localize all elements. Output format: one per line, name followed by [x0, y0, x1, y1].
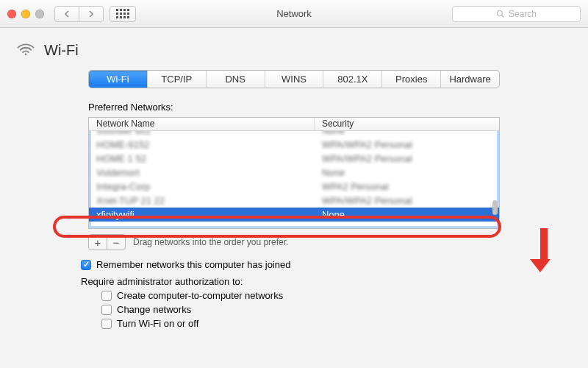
drag-hint: Drag networks into the order you prefer.	[133, 237, 288, 247]
cell-name: HOME-9152	[89, 139, 315, 150]
table-row[interactable]: Voldemort None	[89, 166, 499, 180]
zoom-window-button[interactable]	[35, 10, 44, 18]
nav-back-forward	[54, 6, 104, 22]
back-button[interactable]	[54, 6, 79, 22]
remember-networks-label: Remember networks this computer has join…	[96, 259, 290, 270]
svg-point-0	[497, 10, 502, 15]
col-network-name[interactable]: Network Name	[89, 118, 315, 130]
add-network-button[interactable]: +	[88, 234, 107, 250]
cell-security: None	[315, 209, 499, 220]
minimize-window-button[interactable]	[21, 10, 30, 18]
tab-dns[interactable]: DNS	[207, 71, 265, 88]
req-create-adhoc-label: Create computer-to-computer networks	[117, 290, 283, 301]
chevron-left-icon	[64, 10, 70, 18]
titlebar: Network Search	[0, 0, 588, 28]
req-toggle-wifi-row[interactable]: Turn Wi-Fi on or off	[101, 318, 500, 329]
cell-security: WPA/WPA2 Personal	[315, 195, 499, 206]
cell-security: None	[315, 131, 499, 136]
table-row-selected[interactable]: xfinitywifi None	[89, 208, 499, 222]
cell-name: HOME 1 52	[89, 153, 315, 164]
req-change-networks-checkbox[interactable]	[101, 305, 112, 315]
req-create-adhoc-checkbox[interactable]	[101, 291, 112, 301]
search-icon	[496, 10, 505, 18]
req-create-adhoc-row[interactable]: Create computer-to-computer networks	[101, 290, 500, 301]
search-field[interactable]: Search	[452, 6, 581, 22]
chevron-right-icon	[88, 10, 94, 18]
cell-name: Xnet-TUP 21 22	[89, 195, 315, 206]
preferred-networks-label: Preferred Networks:	[88, 102, 500, 113]
table-row[interactable]: Xnet-TUP 21 22 WPA/WPA2 Personal	[89, 194, 499, 208]
col-security[interactable]: Security	[315, 118, 499, 130]
remove-network-button[interactable]: −	[107, 234, 126, 250]
tab-bar: Wi-Fi TCP/IP DNS WINS 802.1X Proxies Har…	[88, 70, 500, 88]
req-change-networks-row[interactable]: Change networks	[101, 304, 500, 315]
search-placeholder: Search	[509, 9, 537, 19]
cell-name: Integra-Corp	[89, 181, 315, 192]
req-toggle-wifi-label: Turn Wi-Fi on or off	[117, 318, 198, 329]
page-heading: Wi-Fi	[16, 40, 575, 61]
cell-security: WPA/WPA2 Personal	[315, 153, 499, 164]
cell-security: WPA2 Personal	[315, 181, 499, 192]
cell-security: None	[315, 167, 499, 178]
content-area: Wi-Fi Wi-Fi TCP/IP DNS WINS 802.1X Proxi…	[0, 28, 588, 329]
wifi-icon	[16, 40, 35, 61]
tab-wins[interactable]: WINS	[265, 71, 324, 88]
options-group: Remember networks this computer has join…	[81, 259, 500, 329]
svg-point-2	[25, 54, 27, 56]
cell-name: Voldemort	[89, 167, 315, 178]
show-all-button[interactable]	[110, 6, 136, 22]
svg-line-1	[501, 15, 503, 17]
page-title: Wi-Fi	[44, 42, 79, 59]
table-header: Network Name Security	[89, 118, 499, 131]
cell-name: Sounder 602	[89, 131, 315, 136]
cell-name: xfinitywifi	[89, 209, 315, 220]
require-admin-label: Require administrator authorization to:	[81, 276, 500, 287]
table-row[interactable]: HOME 1 52 WPA/WPA2 Personal	[89, 152, 499, 166]
tab-hardware[interactable]: Hardware	[441, 71, 499, 88]
remember-networks-row[interactable]: Remember networks this computer has join…	[81, 259, 500, 270]
tab-wifi[interactable]: Wi-Fi	[89, 71, 148, 88]
table-row[interactable]: HOME-9152 WPA/WPA2 Personal	[89, 138, 499, 152]
table-row[interactable]: Sounder 602 None	[89, 131, 499, 138]
cell-security: WPA/WPA2 Personal	[315, 139, 499, 150]
close-window-button[interactable]	[7, 10, 16, 18]
grid-icon	[116, 9, 129, 18]
tab-tcpip[interactable]: TCP/IP	[148, 71, 207, 88]
scrollbar-thumb[interactable]	[492, 200, 498, 215]
preferred-networks-section: Preferred Networks: Network Name Securit…	[88, 102, 500, 329]
req-change-networks-label: Change networks	[117, 304, 191, 315]
req-toggle-wifi-checkbox[interactable]	[101, 319, 112, 329]
tab-proxies[interactable]: Proxies	[382, 71, 441, 88]
table-row[interactable]: Integra-Corp WPA2 Personal	[89, 180, 499, 194]
preferred-networks-table[interactable]: Network Name Security Sounder 602 None H…	[88, 117, 500, 229]
window-controls	[7, 10, 44, 18]
remember-networks-checkbox[interactable]	[81, 260, 91, 270]
forward-button[interactable]	[79, 6, 104, 22]
add-remove-bar: + − Drag networks into the order you pre…	[88, 234, 500, 250]
tab-8021x[interactable]: 802.1X	[323, 71, 382, 88]
table-body[interactable]: Sounder 602 None HOME-9152 WPA/WPA2 Pers…	[89, 131, 499, 229]
